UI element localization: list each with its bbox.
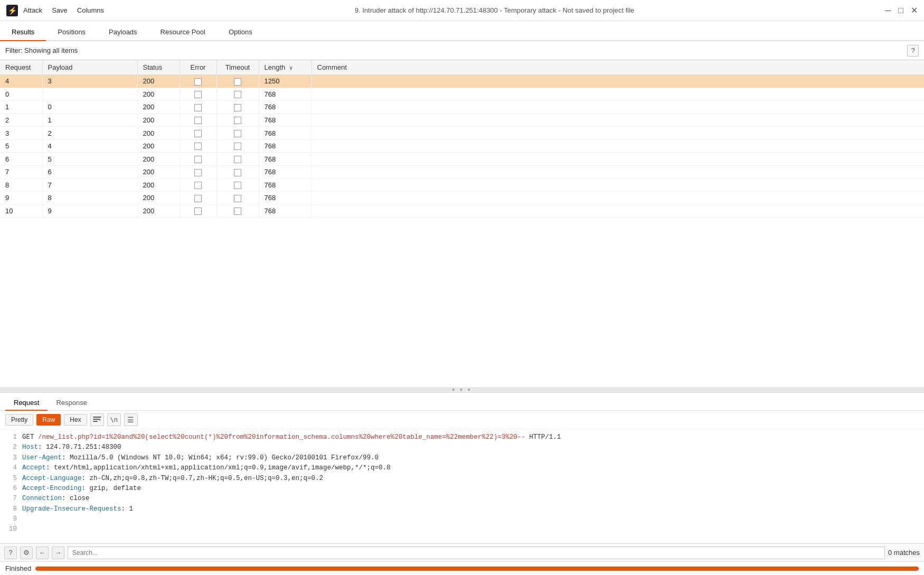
col-header-timeout[interactable]: Timeout [216, 60, 259, 75]
table-row[interactable]: 109200768 [0, 204, 924, 218]
svg-text:⚡: ⚡ [8, 6, 17, 15]
table-row[interactable]: 54200768 [0, 139, 924, 153]
table-row[interactable]: 32200768 [0, 127, 924, 140]
http-url: /new_list.php?id=1%20and%20(select%20cou… [38, 433, 525, 441]
sub-tab-request[interactable]: Request [5, 395, 48, 411]
sub-tab-response[interactable]: Response [48, 395, 96, 411]
menu-save[interactable]: Save [52, 6, 68, 14]
http-header-value: : 1 [121, 505, 134, 513]
cell-status: 200 [137, 75, 180, 88]
btn-raw[interactable]: Raw [36, 414, 61, 426]
timeout-checkbox [234, 78, 241, 86]
cell-comment [312, 165, 924, 178]
cell-comment [312, 88, 924, 101]
status-progress-bar [35, 567, 919, 571]
line-number: 10 [5, 524, 17, 534]
http-line: 2Host: 124.70.71.251:48300 [5, 442, 919, 453]
cell-timeout [216, 127, 259, 140]
window-controls: ─ □ ✕ [885, 5, 918, 15]
cell-request: 10 [0, 204, 42, 218]
table-row[interactable]: 65200768 [0, 153, 924, 166]
line-number: 3 [5, 453, 17, 463]
cell-request: 4 [0, 75, 42, 88]
line-number: 2 [5, 442, 17, 453]
http-header-value: : Mozilla/5.0 (Windows NT 10.0; Win64; x… [62, 454, 379, 461]
col-header-error[interactable]: Error [180, 60, 216, 75]
status-bar: Finished [0, 561, 924, 575]
btn-newline[interactable]: \n [107, 413, 121, 426]
pane-divider[interactable]: • • • [0, 387, 924, 392]
tab-resource-pool[interactable]: Resource Pool [149, 24, 217, 41]
filter-text: Filter: Showing all items [5, 46, 907, 54]
cell-timeout [216, 75, 259, 88]
title-bar: ⚡ Attack Save Columns 9. Intruder attack… [0, 0, 924, 21]
cell-request: 5 [0, 139, 42, 153]
table-row[interactable]: 432001250 [0, 75, 924, 88]
cell-timeout [216, 178, 259, 192]
search-input[interactable] [68, 546, 885, 559]
btn-menu[interactable]: ☰ [124, 413, 138, 426]
cell-timeout [216, 204, 259, 218]
btn-hex[interactable]: Hex [64, 414, 87, 426]
cell-comment [312, 127, 924, 140]
filter-help-button[interactable]: ? [907, 45, 919, 56]
table-row[interactable]: 0200768 [0, 88, 924, 101]
table-row[interactable]: 76200768 [0, 165, 924, 178]
cell-length: 768 [259, 114, 312, 127]
table-row[interactable]: 87200768 [0, 178, 924, 192]
search-back-button[interactable]: ← [36, 546, 49, 559]
http-line: 10 [5, 524, 919, 534]
cell-status: 200 [137, 101, 180, 114]
cell-error [180, 75, 216, 88]
http-header-key: Upgrade-Insecure-Requests [22, 505, 121, 513]
search-matches: 0 matches [888, 549, 920, 557]
col-header-request[interactable]: Request [0, 60, 42, 75]
search-settings-button[interactable]: ⚙ [20, 546, 33, 559]
error-checkbox [194, 208, 202, 215]
table-row[interactable]: 10200768 [0, 101, 924, 114]
cell-timeout [216, 139, 259, 153]
error-checkbox [194, 104, 202, 111]
tab-results[interactable]: Results [0, 24, 46, 41]
cell-length: 768 [259, 153, 312, 166]
http-line: 1GET /new_list.php?id=1%20and%20(select%… [5, 432, 919, 442]
http-header-key: Connection [22, 495, 62, 502]
col-header-payload[interactable]: Payload [42, 60, 137, 75]
btn-wrap[interactable] [90, 413, 104, 426]
table-row[interactable]: 98200768 [0, 192, 924, 205]
col-header-comment[interactable]: Comment [312, 60, 924, 75]
error-checkbox [194, 78, 202, 86]
error-checkbox [194, 182, 202, 189]
results-area: Request Payload Status Error Timeout Len… [0, 60, 924, 387]
error-checkbox [194, 130, 202, 137]
table-header-row: Request Payload Status Error Timeout Len… [0, 60, 924, 75]
close-button[interactable]: ✕ [911, 5, 918, 15]
tab-positions[interactable]: Positions [46, 24, 97, 41]
menu-attack[interactable]: Attack [23, 6, 42, 14]
search-help-button[interactable]: ? [4, 546, 17, 559]
search-forward-button[interactable]: → [52, 546, 64, 559]
search-bar: ? ⚙ ← → 0 matches [0, 543, 924, 561]
cell-status: 200 [137, 153, 180, 166]
results-table-container[interactable]: Request Payload Status Error Timeout Len… [0, 60, 924, 387]
cell-comment [312, 192, 924, 205]
cell-payload: 2 [42, 127, 137, 140]
tab-payloads[interactable]: Payloads [97, 24, 148, 41]
http-line: 5Accept-Language: zh-CN,zh;q=0.8,zh-TW;q… [5, 474, 919, 484]
col-header-status[interactable]: Status [137, 60, 180, 75]
cell-status: 200 [137, 88, 180, 101]
minimize-button[interactable]: ─ [885, 6, 891, 15]
table-row[interactable]: 21200768 [0, 114, 924, 127]
col-header-length[interactable]: Length ∨ [259, 60, 312, 75]
cell-length: 768 [259, 139, 312, 153]
line-number: 8 [5, 504, 17, 514]
cell-error [180, 139, 216, 153]
btn-pretty[interactable]: Pretty [5, 414, 33, 426]
tab-options[interactable]: Options [217, 24, 264, 41]
http-header-key: Accept [22, 464, 46, 472]
cell-request: 9 [0, 192, 42, 205]
menu-columns[interactable]: Columns [77, 6, 104, 14]
maximize-button[interactable]: □ [898, 6, 903, 15]
svg-rect-4 [93, 421, 98, 422]
cell-error [180, 165, 216, 178]
